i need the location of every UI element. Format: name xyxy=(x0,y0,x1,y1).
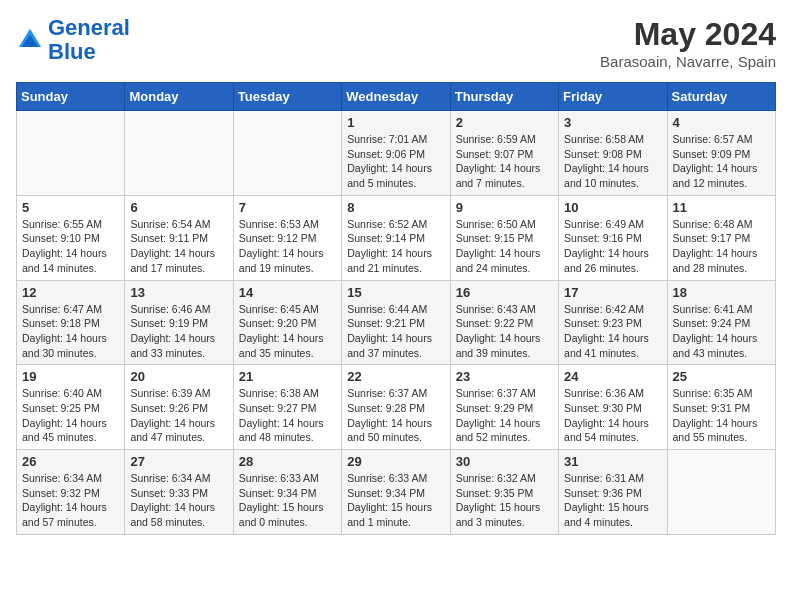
calendar-cell xyxy=(233,111,341,196)
header-cell-monday: Monday xyxy=(125,83,233,111)
day-number: 25 xyxy=(673,369,770,384)
calendar-cell xyxy=(125,111,233,196)
day-number: 5 xyxy=(22,200,119,215)
day-number: 15 xyxy=(347,285,444,300)
calendar-cell: 30Sunrise: 6:32 AM Sunset: 9:35 PM Dayli… xyxy=(450,450,558,535)
day-info: Sunrise: 6:48 AM Sunset: 9:17 PM Dayligh… xyxy=(673,217,770,276)
day-info: Sunrise: 6:57 AM Sunset: 9:09 PM Dayligh… xyxy=(673,132,770,191)
calendar-cell: 14Sunrise: 6:45 AM Sunset: 9:20 PM Dayli… xyxy=(233,280,341,365)
location: Barasoain, Navarre, Spain xyxy=(600,53,776,70)
calendar-body: 1Sunrise: 7:01 AM Sunset: 9:06 PM Daylig… xyxy=(17,111,776,535)
month-title: May 2024 xyxy=(600,16,776,53)
day-number: 27 xyxy=(130,454,227,469)
day-number: 9 xyxy=(456,200,553,215)
calendar-cell: 19Sunrise: 6:40 AM Sunset: 9:25 PM Dayli… xyxy=(17,365,125,450)
calendar-week-1: 1Sunrise: 7:01 AM Sunset: 9:06 PM Daylig… xyxy=(17,111,776,196)
logo-icon xyxy=(16,26,44,54)
calendar-week-2: 5Sunrise: 6:55 AM Sunset: 9:10 PM Daylig… xyxy=(17,195,776,280)
calendar-cell: 1Sunrise: 7:01 AM Sunset: 9:06 PM Daylig… xyxy=(342,111,450,196)
day-number: 13 xyxy=(130,285,227,300)
day-number: 23 xyxy=(456,369,553,384)
day-info: Sunrise: 6:44 AM Sunset: 9:21 PM Dayligh… xyxy=(347,302,444,361)
calendar-cell: 20Sunrise: 6:39 AM Sunset: 9:26 PM Dayli… xyxy=(125,365,233,450)
day-info: Sunrise: 6:37 AM Sunset: 9:28 PM Dayligh… xyxy=(347,386,444,445)
day-info: Sunrise: 6:34 AM Sunset: 9:33 PM Dayligh… xyxy=(130,471,227,530)
day-number: 20 xyxy=(130,369,227,384)
calendar-cell: 24Sunrise: 6:36 AM Sunset: 9:30 PM Dayli… xyxy=(559,365,667,450)
calendar-cell xyxy=(17,111,125,196)
day-number: 18 xyxy=(673,285,770,300)
day-info: Sunrise: 6:59 AM Sunset: 9:07 PM Dayligh… xyxy=(456,132,553,191)
day-info: Sunrise: 6:41 AM Sunset: 9:24 PM Dayligh… xyxy=(673,302,770,361)
day-info: Sunrise: 6:55 AM Sunset: 9:10 PM Dayligh… xyxy=(22,217,119,276)
day-number: 8 xyxy=(347,200,444,215)
calendar-cell: 28Sunrise: 6:33 AM Sunset: 9:34 PM Dayli… xyxy=(233,450,341,535)
calendar-week-4: 19Sunrise: 6:40 AM Sunset: 9:25 PM Dayli… xyxy=(17,365,776,450)
day-info: Sunrise: 6:33 AM Sunset: 9:34 PM Dayligh… xyxy=(239,471,336,530)
title-block: May 2024 Barasoain, Navarre, Spain xyxy=(600,16,776,70)
day-number: 24 xyxy=(564,369,661,384)
header-cell-thursday: Thursday xyxy=(450,83,558,111)
day-info: Sunrise: 6:50 AM Sunset: 9:15 PM Dayligh… xyxy=(456,217,553,276)
calendar-cell: 7Sunrise: 6:53 AM Sunset: 9:12 PM Daylig… xyxy=(233,195,341,280)
day-info: Sunrise: 7:01 AM Sunset: 9:06 PM Dayligh… xyxy=(347,132,444,191)
day-number: 28 xyxy=(239,454,336,469)
calendar-cell xyxy=(667,450,775,535)
calendar-week-3: 12Sunrise: 6:47 AM Sunset: 9:18 PM Dayli… xyxy=(17,280,776,365)
day-number: 4 xyxy=(673,115,770,130)
calendar-cell: 15Sunrise: 6:44 AM Sunset: 9:21 PM Dayli… xyxy=(342,280,450,365)
day-number: 30 xyxy=(456,454,553,469)
header-cell-tuesday: Tuesday xyxy=(233,83,341,111)
header-cell-sunday: Sunday xyxy=(17,83,125,111)
calendar-header: SundayMondayTuesdayWednesdayThursdayFrid… xyxy=(17,83,776,111)
header-cell-friday: Friday xyxy=(559,83,667,111)
day-number: 17 xyxy=(564,285,661,300)
day-number: 19 xyxy=(22,369,119,384)
calendar-cell: 18Sunrise: 6:41 AM Sunset: 9:24 PM Dayli… xyxy=(667,280,775,365)
day-number: 21 xyxy=(239,369,336,384)
logo-text: General Blue xyxy=(48,16,130,64)
day-info: Sunrise: 6:39 AM Sunset: 9:26 PM Dayligh… xyxy=(130,386,227,445)
header-row: SundayMondayTuesdayWednesdayThursdayFrid… xyxy=(17,83,776,111)
day-info: Sunrise: 6:34 AM Sunset: 9:32 PM Dayligh… xyxy=(22,471,119,530)
day-info: Sunrise: 6:38 AM Sunset: 9:27 PM Dayligh… xyxy=(239,386,336,445)
header-cell-saturday: Saturday xyxy=(667,83,775,111)
day-info: Sunrise: 6:37 AM Sunset: 9:29 PM Dayligh… xyxy=(456,386,553,445)
day-number: 10 xyxy=(564,200,661,215)
day-info: Sunrise: 6:40 AM Sunset: 9:25 PM Dayligh… xyxy=(22,386,119,445)
day-info: Sunrise: 6:36 AM Sunset: 9:30 PM Dayligh… xyxy=(564,386,661,445)
day-number: 14 xyxy=(239,285,336,300)
day-number: 31 xyxy=(564,454,661,469)
day-info: Sunrise: 6:31 AM Sunset: 9:36 PM Dayligh… xyxy=(564,471,661,530)
calendar-cell: 27Sunrise: 6:34 AM Sunset: 9:33 PM Dayli… xyxy=(125,450,233,535)
calendar-cell: 29Sunrise: 6:33 AM Sunset: 9:34 PM Dayli… xyxy=(342,450,450,535)
calendar-cell: 11Sunrise: 6:48 AM Sunset: 9:17 PM Dayli… xyxy=(667,195,775,280)
calendar-cell: 22Sunrise: 6:37 AM Sunset: 9:28 PM Dayli… xyxy=(342,365,450,450)
calendar-cell: 21Sunrise: 6:38 AM Sunset: 9:27 PM Dayli… xyxy=(233,365,341,450)
calendar-cell: 2Sunrise: 6:59 AM Sunset: 9:07 PM Daylig… xyxy=(450,111,558,196)
calendar-cell: 25Sunrise: 6:35 AM Sunset: 9:31 PM Dayli… xyxy=(667,365,775,450)
logo-line2: Blue xyxy=(48,39,96,64)
calendar-cell: 26Sunrise: 6:34 AM Sunset: 9:32 PM Dayli… xyxy=(17,450,125,535)
day-info: Sunrise: 6:54 AM Sunset: 9:11 PM Dayligh… xyxy=(130,217,227,276)
day-info: Sunrise: 6:53 AM Sunset: 9:12 PM Dayligh… xyxy=(239,217,336,276)
day-info: Sunrise: 6:58 AM Sunset: 9:08 PM Dayligh… xyxy=(564,132,661,191)
day-info: Sunrise: 6:43 AM Sunset: 9:22 PM Dayligh… xyxy=(456,302,553,361)
page-header: General Blue May 2024 Barasoain, Navarre… xyxy=(16,16,776,70)
day-info: Sunrise: 6:32 AM Sunset: 9:35 PM Dayligh… xyxy=(456,471,553,530)
logo-line1: General xyxy=(48,15,130,40)
day-number: 3 xyxy=(564,115,661,130)
day-info: Sunrise: 6:52 AM Sunset: 9:14 PM Dayligh… xyxy=(347,217,444,276)
day-info: Sunrise: 6:49 AM Sunset: 9:16 PM Dayligh… xyxy=(564,217,661,276)
calendar-cell: 6Sunrise: 6:54 AM Sunset: 9:11 PM Daylig… xyxy=(125,195,233,280)
calendar-cell: 16Sunrise: 6:43 AM Sunset: 9:22 PM Dayli… xyxy=(450,280,558,365)
calendar-cell: 9Sunrise: 6:50 AM Sunset: 9:15 PM Daylig… xyxy=(450,195,558,280)
day-info: Sunrise: 6:47 AM Sunset: 9:18 PM Dayligh… xyxy=(22,302,119,361)
calendar-cell: 23Sunrise: 6:37 AM Sunset: 9:29 PM Dayli… xyxy=(450,365,558,450)
calendar-cell: 13Sunrise: 6:46 AM Sunset: 9:19 PM Dayli… xyxy=(125,280,233,365)
day-number: 6 xyxy=(130,200,227,215)
day-number: 22 xyxy=(347,369,444,384)
day-number: 2 xyxy=(456,115,553,130)
calendar-cell: 4Sunrise: 6:57 AM Sunset: 9:09 PM Daylig… xyxy=(667,111,775,196)
calendar-cell: 12Sunrise: 6:47 AM Sunset: 9:18 PM Dayli… xyxy=(17,280,125,365)
